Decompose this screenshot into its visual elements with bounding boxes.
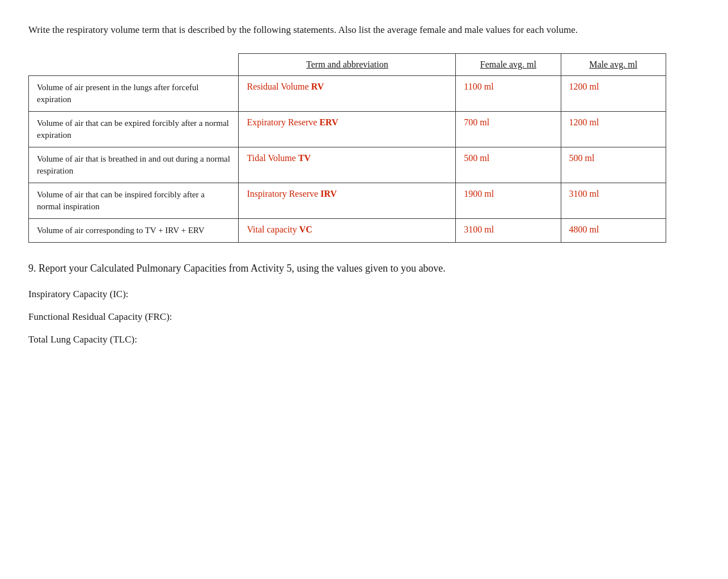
row-female-value: 500 ml (456, 147, 561, 183)
row-female-value: 700 ml (456, 111, 561, 147)
row-male-value: 3100 ml (561, 183, 666, 218)
row-male-value: 1200 ml (561, 111, 666, 147)
capacity-label-0: Inspiratory Capacity (IC): (28, 289, 700, 300)
table-row: Volume of air that is breathed in and ou… (29, 147, 666, 183)
table-row: Volume of air that can be expired forcib… (29, 111, 666, 147)
row-term: Inspiratory Reserve IRV (239, 183, 456, 218)
row-male-value: 1200 ml (561, 75, 666, 111)
table-row: Volume of air corresponding to TV + IRV … (29, 218, 666, 242)
row-female-value: 3100 ml (456, 218, 561, 242)
row-term: Expiratory Reserve ERV (239, 111, 456, 147)
col-header-term: Term and abbreviation (239, 53, 456, 75)
capacity-label-1: Functional Residual Capacity (FRC): (28, 311, 700, 323)
table-row: Volume of air that can be inspired forci… (29, 183, 666, 218)
table-row: Volume of air present in the lungs after… (29, 75, 666, 111)
row-description: Volume of air corresponding to TV + IRV … (29, 218, 239, 242)
row-female-value: 1100 ml (456, 75, 561, 111)
col-header-male: Male avg. ml (561, 53, 666, 75)
row-description: Volume of air that is breathed in and ou… (29, 147, 239, 183)
col-header-female: Female avg. ml (456, 53, 561, 75)
respiratory-volume-table: Term and abbreviation Female avg. ml Mal… (28, 53, 666, 243)
intro-text: Write the respiratory volume term that i… (28, 23, 652, 37)
row-female-value: 1900 ml (456, 183, 561, 218)
capacity-label-2: Total Lung Capacity (TLC): (28, 334, 700, 345)
col-header-description (29, 53, 239, 75)
row-male-value: 500 ml (561, 147, 666, 183)
row-male-value: 4800 ml (561, 218, 666, 242)
row-description: Volume of air that can be inspired forci… (29, 183, 239, 218)
section9-text: 9. Report your Calculated Pulmonary Capa… (28, 261, 652, 276)
row-term: Tidal Volume TV (239, 147, 456, 183)
row-description: Volume of air that can be expired forcib… (29, 111, 239, 147)
row-description: Volume of air present in the lungs after… (29, 75, 239, 111)
row-term: Residual Volume RV (239, 75, 456, 111)
row-term: Vital capacity VC (239, 218, 456, 242)
